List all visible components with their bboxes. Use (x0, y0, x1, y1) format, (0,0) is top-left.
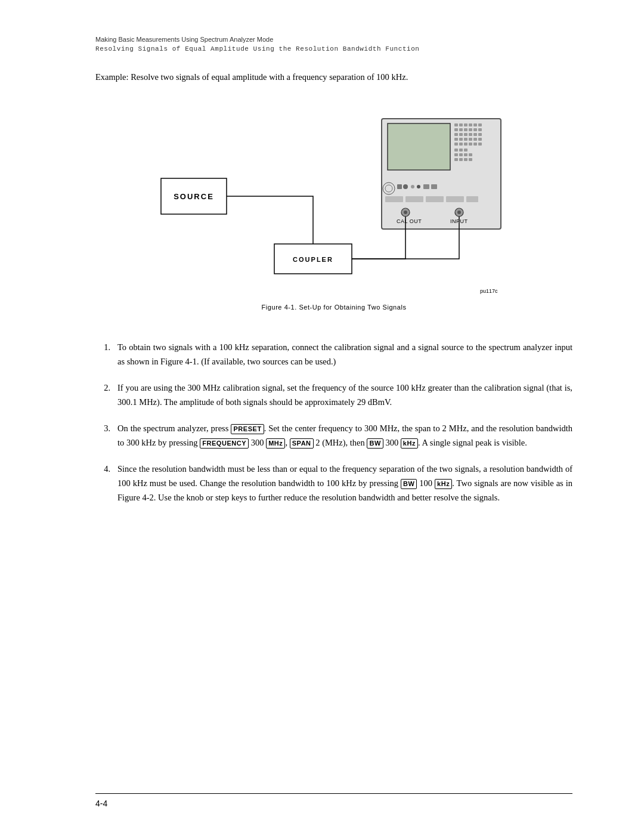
svg-rect-29 (478, 138, 482, 141)
svg-rect-54 (431, 184, 437, 189)
svg-rect-20 (464, 133, 467, 136)
svg-rect-7 (459, 123, 463, 126)
svg-rect-33 (469, 143, 472, 146)
svg-rect-28 (473, 138, 477, 141)
svg-rect-14 (464, 128, 467, 131)
svg-rect-12 (454, 128, 458, 131)
svg-rect-30 (454, 143, 458, 146)
svg-rect-55 (385, 196, 403, 202)
svg-rect-38 (464, 149, 467, 151)
step-3-num: 3. (95, 422, 110, 450)
step-4: 4. Since the resolution bandwidth must b… (95, 462, 572, 505)
key-span: SPAN (290, 438, 314, 449)
svg-rect-11 (478, 123, 482, 126)
step-2-num: 2. (95, 381, 110, 410)
svg-rect-9 (469, 123, 472, 126)
svg-rect-40 (459, 153, 463, 156)
header-line1: Making Basic Measurements Using Spectrum… (95, 36, 572, 43)
intro-paragraph: Example: Resolve two signals of equal am… (95, 70, 572, 84)
svg-rect-56 (405, 196, 423, 202)
svg-rect-22 (473, 133, 477, 136)
header-line2: Resolving Signals of Equal Amplitude Usi… (95, 45, 572, 52)
svg-rect-49 (397, 184, 402, 189)
svg-rect-27 (469, 138, 472, 141)
svg-rect-15 (469, 128, 472, 131)
page-header: Making Basic Measurements Using Spectrum… (95, 36, 572, 52)
svg-rect-32 (464, 143, 467, 146)
key-khz-1: kHz (401, 438, 418, 449)
key-bw-1: BW (367, 438, 383, 449)
svg-rect-17 (478, 128, 482, 131)
key-khz-2: kHz (435, 479, 452, 489)
svg-rect-58 (446, 196, 464, 202)
step-1-content: To obtain two signals with a 100 kHz sep… (117, 341, 572, 369)
svg-rect-10 (473, 123, 477, 126)
bottom-area: 4-4 (95, 793, 572, 808)
diagram-svg: SOURCE COUPLER (149, 108, 519, 299)
svg-rect-25 (459, 138, 463, 141)
svg-point-52 (417, 185, 420, 188)
svg-text:pu117c: pu117c (480, 288, 498, 294)
step-2: 2. If you are using the 300 MHz calibrat… (95, 381, 572, 410)
step-3: 3. On the spectrum analyzer, press PRESE… (95, 422, 572, 450)
key-preset: PRESET (231, 424, 264, 434)
svg-text:COUPLER: COUPLER (293, 256, 333, 263)
svg-point-63 (457, 211, 461, 214)
figure-container: SOURCE COUPLER (95, 108, 572, 329)
svg-rect-53 (423, 184, 429, 189)
step-4-content: Since the resolution bandwidth must be l… (117, 462, 572, 505)
svg-text:CAL OUT: CAL OUT (397, 218, 422, 224)
svg-rect-37 (459, 149, 463, 151)
step-3-content: On the spectrum analyzer, press PRESET. … (117, 422, 572, 450)
svg-rect-13 (459, 128, 463, 131)
step-2-content: If you are using the 300 MHz calibration… (117, 381, 572, 410)
key-bw-2: BW (401, 479, 417, 489)
svg-rect-36 (454, 149, 458, 151)
steps-list: 1. To obtain two signals with a 100 kHz … (95, 341, 572, 505)
figure-caption: Figure 4-1. Set-Up for Obtaining Two Sig… (262, 304, 407, 311)
svg-point-51 (411, 185, 414, 188)
svg-rect-16 (473, 128, 477, 131)
svg-rect-6 (454, 123, 458, 126)
step-1: 1. To obtain two signals with a 100 kHz … (95, 341, 572, 369)
svg-rect-23 (478, 133, 482, 136)
svg-rect-44 (459, 158, 463, 161)
svg-rect-8 (464, 123, 467, 126)
diagram-area: SOURCE COUPLER (149, 108, 519, 299)
svg-rect-19 (459, 133, 463, 136)
svg-point-61 (404, 211, 407, 214)
svg-rect-42 (469, 153, 472, 156)
svg-rect-35 (478, 143, 482, 146)
svg-text:SOURCE: SOURCE (174, 192, 214, 201)
svg-rect-26 (464, 138, 467, 141)
svg-rect-21 (469, 133, 472, 136)
svg-rect-31 (459, 143, 463, 146)
svg-rect-59 (466, 196, 478, 202)
svg-rect-45 (464, 158, 467, 161)
svg-rect-24 (454, 138, 458, 141)
svg-rect-5 (388, 123, 450, 170)
svg-point-50 (403, 184, 408, 189)
svg-rect-41 (464, 153, 467, 156)
footer-rule (95, 793, 572, 794)
svg-rect-39 (454, 153, 458, 156)
step-1-num: 1. (95, 341, 110, 369)
svg-rect-18 (454, 133, 458, 136)
svg-rect-43 (454, 158, 458, 161)
key-frequency: FREQUENCY (200, 438, 249, 449)
svg-rect-57 (426, 196, 444, 202)
step-4-num: 4. (95, 462, 110, 505)
key-mhz-1: MHz (266, 438, 285, 449)
svg-rect-46 (469, 158, 472, 161)
page-number: 4-4 (95, 799, 572, 808)
svg-rect-34 (473, 143, 477, 146)
